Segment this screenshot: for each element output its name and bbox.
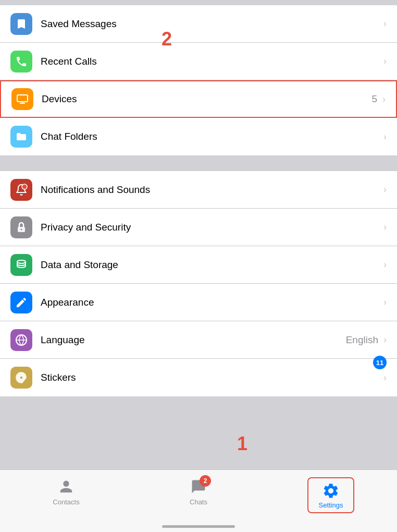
privacy-item[interactable]: Privacy and Security › [0,209,397,246]
notifications-chevron: › [383,184,387,195]
tab-chats[interactable]: 2 Chats [132,475,265,506]
notifications-item[interactable]: Notifications and Sounds › [0,171,397,209]
saved-messages-icon [10,13,32,35]
data-storage-icon [10,254,32,276]
stickers-icon [10,367,32,389]
recent-calls-chevron: › [383,56,387,67]
annotation-2: 2 [162,28,172,50]
language-value: English [346,334,378,346]
group-2: Notifications and Sounds › Privacy and S… [0,171,397,396]
notifications-label: Notifications and Sounds [41,184,381,196]
svg-point-1 [22,184,27,189]
settings-tab-label: Settings [319,501,343,509]
svg-point-3 [21,228,22,230]
stickers-item[interactable]: Stickers 11 › [0,359,397,396]
stickers-badge: 11 [373,356,387,369]
chat-folders-item[interactable]: Chat Folders › [0,118,397,155]
chats-tab-icon: 2 [189,477,208,496]
recent-calls-item[interactable]: Recent Calls › [0,43,397,80]
contacts-tab-label: Contacts [53,498,79,506]
notifications-icon [10,179,32,201]
chats-tab-label: Chats [190,498,207,506]
data-storage-item[interactable]: Data and Storage › [0,246,397,284]
home-indicator [162,525,235,528]
recent-calls-icon [10,51,32,72]
stickers-label: Stickers [41,372,368,383]
group-1: Saved Messages › Recent Calls › Devices … [0,5,397,155]
chats-badge: 2 [200,475,211,487]
chat-folders-chevron: › [383,131,387,142]
appearance-item[interactable]: Appearance › [0,284,397,321]
svg-point-4 [17,260,26,263]
settings-list: Saved Messages › Recent Calls › Devices … [0,0,397,396]
settings-tab-box: Settings [307,477,355,513]
privacy-chevron: › [383,222,387,233]
appearance-chevron: › [383,297,387,308]
recent-calls-label: Recent Calls [41,56,381,67]
language-chevron: › [383,334,387,345]
devices-icon [11,88,33,110]
saved-messages-chevron: › [383,18,387,29]
tab-settings[interactable]: Settings [265,475,397,513]
devices-item[interactable]: Devices 5 › [0,80,397,118]
chat-folders-icon [10,126,32,148]
appearance-icon [10,292,32,313]
language-item[interactable]: Language English › [0,321,397,359]
privacy-label: Privacy and Security [41,222,381,233]
stickers-chevron: › [383,372,387,383]
language-label: Language [41,334,346,346]
annotation-1: 1 [237,433,247,455]
tab-contacts[interactable]: Contacts [0,475,132,506]
svg-rect-0 [17,95,28,102]
privacy-icon [10,216,32,238]
data-storage-chevron: › [383,259,387,270]
contacts-tab-icon [57,477,76,496]
settings-tab-icon [321,481,340,500]
devices-chevron: › [382,94,386,105]
appearance-label: Appearance [41,297,381,308]
chat-folders-label: Chat Folders [41,131,381,142]
language-icon [10,329,32,351]
devices-label: Devices [42,93,371,105]
devices-value: 5 [371,93,377,105]
saved-messages-item[interactable]: Saved Messages › [0,5,397,43]
tab-bar: Contacts 2 Chats Settings [0,469,397,532]
saved-messages-label: Saved Messages [41,18,381,30]
data-storage-label: Data and Storage [41,259,381,271]
